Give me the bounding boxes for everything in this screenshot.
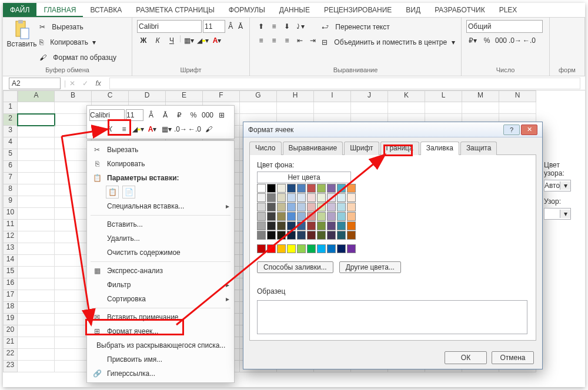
color-swatch[interactable] xyxy=(347,212,356,221)
color-swatch[interactable] xyxy=(257,244,266,253)
cell[interactable] xyxy=(18,137,55,149)
row-header-14[interactable]: 14 xyxy=(3,255,18,267)
cell[interactable] xyxy=(18,161,55,173)
color-swatch[interactable] xyxy=(287,203,296,211)
fill-effects-button[interactable]: Способы заливки... xyxy=(257,261,333,273)
borders-button[interactable]: ▦▾ xyxy=(182,34,195,47)
color-swatch[interactable] xyxy=(337,244,346,253)
dlg-tab-protect[interactable]: Защита xyxy=(460,142,497,155)
cancel-fx-icon[interactable]: ✕ xyxy=(66,77,79,90)
mini-currency[interactable]: ₽ xyxy=(173,109,186,122)
underline-button[interactable]: Ч xyxy=(165,34,178,47)
color-swatch[interactable] xyxy=(307,244,316,253)
align-right-button[interactable]: ≡ xyxy=(280,34,293,47)
cell[interactable] xyxy=(18,220,55,231)
col-header-E[interactable]: E xyxy=(166,90,203,102)
row-header-23[interactable]: 23 xyxy=(3,361,18,372)
mini-dec-dec[interactable]: ←.0 xyxy=(188,123,201,136)
cell[interactable] xyxy=(18,231,55,243)
paste-button[interactable]: Вставить xyxy=(8,20,36,65)
color-swatch[interactable] xyxy=(327,184,336,193)
color-swatch[interactable] xyxy=(277,244,286,253)
color-swatch[interactable] xyxy=(327,231,336,240)
mini-format-painter[interactable]: 🖌 xyxy=(202,123,215,136)
color-swatch[interactable] xyxy=(287,184,296,193)
color-swatch[interactable] xyxy=(297,212,306,221)
color-swatch[interactable] xyxy=(297,184,306,193)
ctx-copy[interactable]: ⎘Копировать xyxy=(87,157,234,171)
ctx-delete[interactable]: Удалить... xyxy=(87,231,234,246)
mini-percent[interactable]: % xyxy=(187,109,200,122)
col-header-G[interactable]: G xyxy=(240,90,277,102)
ctx-hyperlink[interactable]: 🔗Гиперссылка... xyxy=(87,367,234,381)
color-swatch[interactable] xyxy=(317,221,326,230)
dlg-tab-number[interactable]: Число xyxy=(249,142,282,155)
color-swatch[interactable] xyxy=(327,212,336,221)
cancel-button[interactable]: Отмена xyxy=(492,351,534,364)
color-swatch[interactable] xyxy=(257,193,266,202)
row-header-1[interactable]: 1 xyxy=(3,102,18,114)
fx-icon[interactable]: fx xyxy=(92,79,105,88)
select-all-triangle[interactable] xyxy=(3,90,18,102)
mini-comma[interactable]: 000 xyxy=(201,109,214,122)
pattern-color-combo[interactable]: Авто▾ xyxy=(544,180,571,191)
enter-fx-icon[interactable]: ✓ xyxy=(79,77,92,90)
col-header-D[interactable]: D xyxy=(129,90,166,102)
cell[interactable] xyxy=(277,102,314,114)
cell[interactable] xyxy=(425,102,462,114)
color-swatch[interactable] xyxy=(317,244,326,253)
cell[interactable] xyxy=(18,290,55,302)
color-swatch[interactable] xyxy=(327,244,336,253)
cell[interactable] xyxy=(18,196,55,208)
color-swatch[interactable] xyxy=(337,231,346,240)
row-header-7[interactable]: 7 xyxy=(3,173,18,184)
no-color-button[interactable]: Нет цвета xyxy=(257,172,351,183)
color-swatch[interactable] xyxy=(267,212,276,221)
row-header-13[interactable]: 13 xyxy=(3,243,18,255)
color-swatch[interactable] xyxy=(337,184,346,193)
cell[interactable] xyxy=(18,173,55,184)
color-swatch[interactable] xyxy=(257,212,266,221)
color-swatch[interactable] xyxy=(257,184,266,193)
currency-button[interactable]: ₽▾ xyxy=(466,34,479,47)
color-swatch[interactable] xyxy=(307,184,316,193)
color-swatch[interactable] xyxy=(267,203,276,211)
color-swatch[interactable] xyxy=(327,221,336,230)
row-header-11[interactable]: 11 xyxy=(3,220,18,231)
color-swatch[interactable] xyxy=(267,221,276,230)
tab-insert[interactable]: ВСТАВКА xyxy=(83,3,129,17)
color-swatch[interactable] xyxy=(327,193,336,202)
cell[interactable] xyxy=(18,337,55,349)
col-header-C[interactable]: C xyxy=(92,90,129,102)
color-swatch[interactable] xyxy=(257,203,266,211)
cell[interactable] xyxy=(314,102,351,114)
color-swatch[interactable] xyxy=(317,231,326,240)
col-header-B[interactable]: B xyxy=(55,90,92,102)
cell[interactable] xyxy=(18,208,55,220)
color-swatch[interactable] xyxy=(347,221,356,230)
cell[interactable] xyxy=(18,314,55,325)
tab-view[interactable]: ВИД xyxy=(399,3,427,17)
row-header-20[interactable]: 20 xyxy=(3,325,18,337)
ctx-clear[interactable]: Очистить содержимое xyxy=(87,246,234,260)
color-swatch[interactable] xyxy=(337,212,346,221)
color-swatch[interactable] xyxy=(277,221,286,230)
ctx-paste-buttons[interactable]: 📋 📄 xyxy=(87,185,234,199)
close-button[interactable]: ✕ xyxy=(521,125,537,135)
color-swatch[interactable] xyxy=(307,231,316,240)
cell[interactable] xyxy=(18,302,55,314)
row-header-15[interactable]: 15 xyxy=(3,267,18,278)
dlg-tab-align[interactable]: Выравнивание xyxy=(283,142,343,155)
ctx-insert[interactable]: Вставить... xyxy=(87,217,234,231)
format-painter-button[interactable]: 🖌 Формат по образцу xyxy=(39,51,116,65)
color-swatch[interactable] xyxy=(297,231,306,240)
cell[interactable] xyxy=(351,102,388,114)
color-swatch[interactable] xyxy=(267,244,276,253)
color-swatch[interactable] xyxy=(297,203,306,211)
color-swatch[interactable] xyxy=(277,193,286,202)
dec-decimal-button[interactable]: ←.0 xyxy=(523,34,536,47)
col-header-K[interactable]: K xyxy=(388,90,425,102)
row-header-2[interactable]: 2 xyxy=(3,114,18,126)
paste-option-values-icon[interactable]: 📄 xyxy=(122,186,135,199)
cell[interactable] xyxy=(18,361,55,372)
